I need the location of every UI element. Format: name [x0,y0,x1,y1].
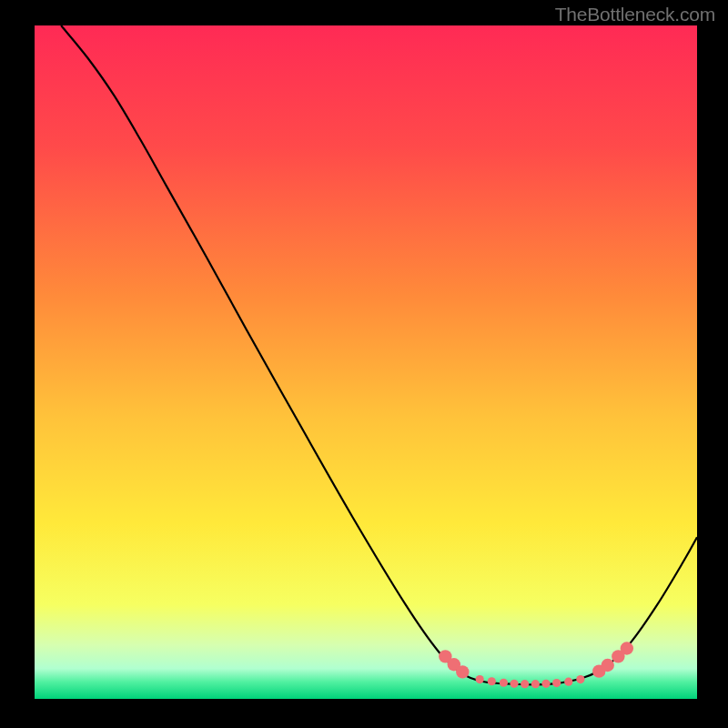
valley-marker [602,659,614,672]
valley-marker [564,678,572,686]
valley-marker [521,680,529,688]
valley-marker [541,680,550,688]
attribution-text: TheBottleneck.com [555,4,715,25]
valley-marker [500,679,508,687]
valley-marker [456,665,469,678]
valley-marker [621,642,633,654]
valley-marker [476,675,484,683]
plot-background [35,25,697,699]
valley-marker [576,675,584,683]
valley-marker [552,679,561,687]
bottleneck-chart [0,0,728,728]
valley-marker [510,680,518,688]
chart-container: TheBottleneck.com [0,0,728,728]
valley-marker [488,677,496,685]
valley-marker [531,680,540,688]
